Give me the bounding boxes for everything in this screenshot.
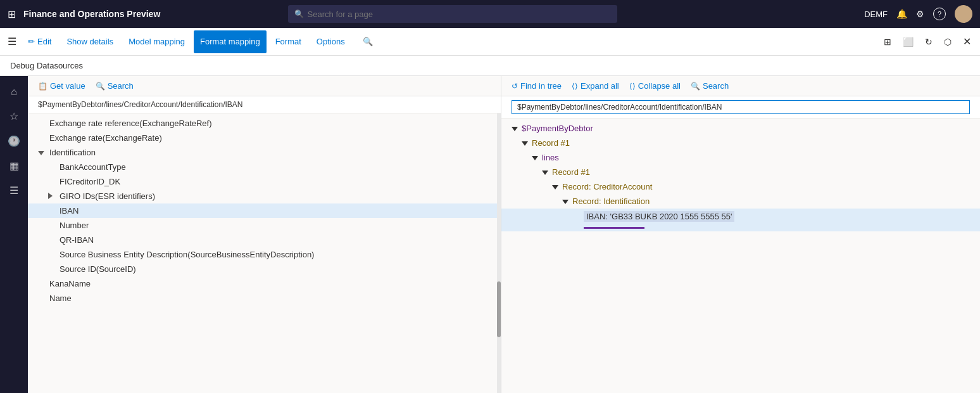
search-cmd-button[interactable]: 🔍 [356,30,379,53]
tree-item[interactable]: QR-IBAN [28,233,501,247]
edit-icon: ✏ [28,37,35,46]
tree-item[interactable]: Exchange rate reference(ExchangeRateRef) [28,116,501,131]
find-in-tree-button[interactable]: ↺ Find in tree [512,81,562,91]
r-tree-item-identification[interactable]: Record: Identification [501,194,980,209]
item-label: Exchange rate(ExchangeRate) [49,133,162,143]
left-toolbar: 📋 Get value 🔍 Search [28,76,501,96]
item-label: BankAccountType [60,162,126,172]
notification-icon[interactable]: 🔔 [896,9,907,19]
collapse-all-button[interactable]: ⟨⟩ Collapse all [629,81,681,91]
expand-all-icon: ⟨⟩ [572,82,578,91]
popout-icon[interactable]: ⬡ [940,34,955,49]
fullscreen-icon[interactable]: ⊞ [880,34,895,49]
show-details-button[interactable]: Show details [60,30,120,53]
item-label: QR-IBAN [60,235,94,245]
format-mapping-button[interactable]: Format mapping [194,30,267,53]
search-input[interactable] [308,10,611,19]
app-title: Finance and Operations Preview [23,9,160,19]
right-panel: ↺ Find in tree ⟨⟩ Expand all ⟨⟩ Collapse… [501,76,980,393]
scrollbar-thumb[interactable] [497,281,501,337]
tree-item-iban[interactable]: IBAN [28,203,501,218]
r-tree-item-iban[interactable]: IBAN: 'GB33 BUKB 2020 1555 5555 55' [501,209,980,231]
cmd-right-icons: ⊞ ⬜ ↻ ⬡ ✕ [880,33,975,50]
find-icon: ↺ [512,82,518,91]
r-tree-item-creditor[interactable]: Record: CreditorAccount [501,179,980,194]
expand-all-button[interactable]: ⟨⟩ Expand all [572,81,619,91]
tree-item[interactable]: BankAccountType [28,160,501,174]
scrollbar-track[interactable] [497,113,501,393]
split-icon[interactable]: ⬜ [899,34,917,49]
tree-item[interactable]: Exchange rate(ExchangeRate) [28,131,501,145]
expand-down-icon [522,138,528,148]
iban-value-label: IBAN: 'GB33 BUKB 2020 1555 5555 55' [584,211,734,222]
format-button[interactable]: Format [269,30,308,53]
item-label: Record: Identification [572,196,650,206]
tree-item[interactable]: KanaName [28,276,501,291]
item-label: Exchange rate reference(ExchangeRateRef) [49,119,212,128]
avatar[interactable] [955,5,972,23]
left-search-button[interactable]: 🔍 Search [96,81,134,91]
right-path-bar [501,96,980,119]
edit-button[interactable]: ✏ Edit [22,30,58,53]
grid-icon[interactable]: ⊞ [8,8,16,20]
item-label: lines [542,153,559,162]
left-panel: 📋 Get value 🔍 Search $PaymentByDebtor/li… [28,76,501,393]
collapse-all-icon: ⟨⟩ [629,82,636,91]
close-icon[interactable]: ✕ [959,33,975,50]
tree-item[interactable]: Source ID(SourceID) [28,262,501,276]
tree-item-identification[interactable]: Identification [28,145,501,160]
iban-underline [584,227,685,229]
item-label: Number [60,221,89,230]
left-tree: Exchange rate reference(ExchangeRateRef)… [28,113,501,393]
item-label: $PaymentByDebtor [522,124,593,133]
r-tree-item-record1[interactable]: Record #1 [501,136,980,150]
tree-item[interactable]: Name [28,291,501,306]
nav-star-icon[interactable]: ☆ [0,105,28,127]
refresh-icon[interactable]: ↻ [921,34,936,49]
item-label: Record #1 [532,138,570,148]
tree-item-giro[interactable]: GIRO IDs(ESR identifiers) [28,189,501,203]
item-label: Source Business Entity Description(Sourc… [60,250,314,259]
item-label: Source ID(SourceID) [60,264,136,274]
top-navigation: ⊞ Finance and Operations Preview 🔍 DEMF … [0,0,980,28]
page-area: Debug Datasources ⌂ ☆ 🕐 ▦ ☰ 📋 Get value … [0,56,980,393]
get-value-button[interactable]: 📋 Get value [38,81,85,91]
right-path-input[interactable] [512,100,970,114]
item-label: Name [49,293,72,303]
r-tree-item-lines[interactable]: lines [501,150,980,165]
right-toolbar: ↺ Find in tree ⟨⟩ Expand all ⟨⟩ Collapse… [501,76,980,96]
r-tree-item-payment[interactable]: $PaymentByDebtor [501,121,980,136]
help-icon[interactable]: ? [933,8,946,20]
model-mapping-button[interactable]: Model mapping [122,30,191,53]
right-icons: DEMF 🔔 ⚙ ? [864,5,972,23]
nav-clock-icon[interactable]: 🕐 [0,130,28,152]
r-tree-item-record2[interactable]: Record #1 [501,165,980,179]
tree-item[interactable]: FICreditorID_DK [28,174,501,189]
options-button[interactable]: Options [310,30,351,53]
expand-down-icon [552,182,558,191]
user-label: DEMF [864,10,888,19]
expand-down-icon [512,124,518,133]
nav-grid-icon[interactable]: ▦ [0,155,28,177]
nav-list-icon[interactable]: ☰ [0,179,28,202]
expand-down-icon [562,196,569,206]
item-label: Record: CreditorAccount [562,182,652,191]
item-label: Identification [49,148,96,157]
right-search-icon: 🔍 [691,82,700,91]
left-search-icon: 🔍 [96,82,105,91]
tree-item[interactable]: Source Business Entity Description(Sourc… [28,247,501,262]
right-tree: $PaymentByDebtor Record #1 lines Record … [501,119,980,393]
tree-item[interactable]: Number [28,218,501,233]
hamburger-icon[interactable]: ☰ [5,33,19,50]
settings-icon[interactable]: ⚙ [916,9,924,19]
content-area: ⌂ ☆ 🕐 ▦ ☰ 📋 Get value 🔍 Search $Paym [0,76,980,393]
left-nav: ⌂ ☆ 🕐 ▦ ☰ [0,76,28,393]
right-search-button[interactable]: 🔍 Search [691,81,729,91]
item-label: FICreditorID_DK [60,177,120,186]
item-label: IBAN [60,206,79,216]
expand-down-icon [38,148,46,157]
left-path-bar: $PaymentByDebtor/lines/CreditorAccount/I… [28,96,501,113]
item-label: KanaName [49,279,91,288]
search-bar[interactable]: 🔍 [288,5,617,23]
nav-home-icon[interactable]: ⌂ [0,81,28,103]
